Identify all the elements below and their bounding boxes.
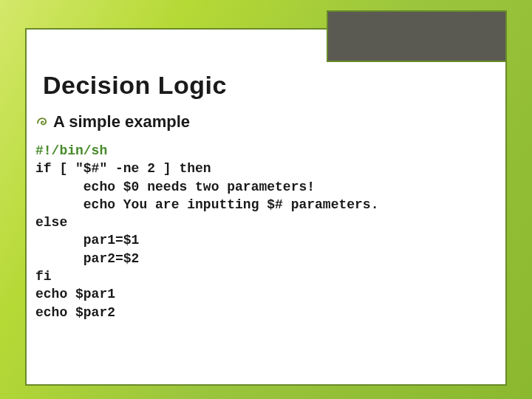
slide-subtitle: A simple example xyxy=(53,112,190,132)
code-block: #!/bin/sh if [ "$#" -ne 2 ] then echo $0… xyxy=(35,142,378,321)
swirl-bullet-icon xyxy=(35,115,49,129)
code-body: if [ "$#" -ne 2 ] then echo $0 needs two… xyxy=(35,161,378,319)
code-shebang-line: #!/bin/sh xyxy=(35,143,107,158)
subtitle-row: A simple example xyxy=(35,112,190,132)
slide-title: Decision Logic xyxy=(43,71,227,100)
slide-card: Decision Logic A simple example #!/bin/s… xyxy=(25,28,507,386)
decorative-corner-box xyxy=(327,10,507,62)
